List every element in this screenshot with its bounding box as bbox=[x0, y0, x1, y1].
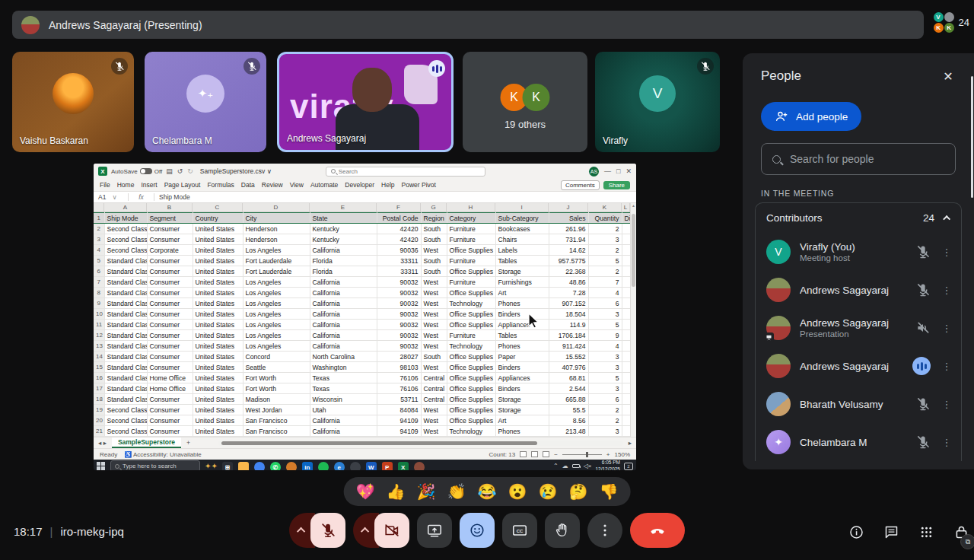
speaker-icon: ◁× bbox=[584, 463, 592, 469]
excel-logo-icon: X bbox=[98, 167, 107, 176]
taskbar-app-word: W bbox=[366, 462, 377, 470]
column-letters: ABCDEFGHIJKL bbox=[94, 203, 636, 212]
speaking-indicator-icon bbox=[428, 60, 445, 77]
avatar bbox=[53, 73, 94, 114]
mic-off-icon bbox=[697, 58, 714, 75]
participant-row[interactable]: Bharath Velusamy⋮ bbox=[756, 385, 961, 423]
panel-scrollbar[interactable] bbox=[971, 76, 973, 198]
google-meet-window: Andrews Sagayaraj (Presenting) VKK 24 Va… bbox=[0, 0, 974, 560]
mini-avatar: K bbox=[944, 23, 954, 33]
participant-count: 24 bbox=[959, 17, 969, 28]
table-row: 20Second ClassConsumerUnited StatesSan F… bbox=[94, 415, 630, 426]
table-row: 17Standard ClassHome OfficeUnited States… bbox=[94, 383, 630, 394]
excel-grid: ABCDEFGHIJKL 1Ship ModeSegmentCountryCit… bbox=[94, 203, 636, 437]
participant-more-options[interactable]: ⋮ bbox=[940, 361, 953, 372]
add-people-button[interactable]: Add people bbox=[761, 102, 861, 131]
camera-control-group bbox=[353, 513, 409, 548]
host-controls-button[interactable]: ⧉ bbox=[951, 522, 971, 542]
camera-off-button[interactable] bbox=[374, 513, 409, 548]
participant-name: Bharath Velusamy bbox=[800, 399, 906, 410]
save-icon: ▤ bbox=[166, 167, 173, 175]
column-header-K: K bbox=[588, 203, 622, 212]
reaction-emoji[interactable]: 🤔 bbox=[568, 482, 587, 501]
taskbar-app-obs bbox=[350, 462, 361, 470]
ribbon-tab-home: Home bbox=[117, 181, 135, 189]
horizontal-scrollbar bbox=[218, 441, 623, 446]
participant-more-options[interactable]: ⋮ bbox=[940, 285, 953, 296]
reaction-emoji[interactable]: 😂 bbox=[478, 482, 497, 501]
video-tile-virafly[interactable]: V Virafly bbox=[595, 52, 720, 152]
participant-count-indicator[interactable]: VKK 24 bbox=[934, 12, 969, 33]
table-row: 6Standard ClassConsumerUnited StatesFort… bbox=[94, 266, 630, 277]
column-header-L: L bbox=[622, 203, 630, 212]
search-icon bbox=[331, 169, 336, 173]
excel-formula-bar: A1∨ fx Ship Mode bbox=[94, 192, 636, 203]
start-button-icon bbox=[97, 462, 106, 471]
ribbon-tab-formulas: Formulas bbox=[207, 181, 234, 189]
video-tile-chelambara[interactable]: ✦₊ Chelambara M bbox=[145, 52, 266, 152]
taskbar-app-powerpoint: P bbox=[382, 462, 393, 470]
reaction-emoji[interactable]: 😮 bbox=[508, 482, 527, 501]
participant-row[interactable]: Andrews Sagayaraj⋮ bbox=[756, 271, 961, 309]
end-call-button[interactable] bbox=[630, 513, 685, 548]
overflow-tile-others[interactable]: K K 19 others bbox=[463, 52, 587, 152]
raise-hand-button[interactable] bbox=[545, 513, 580, 548]
reaction-emoji[interactable]: 💖 bbox=[356, 482, 375, 501]
table-row: 3Second ClassConsumerUnited StatesHender… bbox=[94, 234, 630, 245]
reaction-emoji[interactable]: 🎉 bbox=[417, 482, 436, 501]
taskbar-app-excel: X bbox=[398, 462, 409, 470]
present-screen-button[interactable] bbox=[417, 513, 452, 548]
participant-row[interactable]: Andrews SagayarajPresentation⋮ bbox=[756, 309, 961, 347]
sheet-body: 1Ship ModeSegmentCountryCityStatePostal … bbox=[94, 213, 630, 437]
meeting-time: 18:17 bbox=[14, 525, 43, 538]
redo-icon: ↻ bbox=[187, 167, 193, 175]
reaction-emoji[interactable]: 👏 bbox=[447, 482, 466, 501]
tray-chevron-icon: ⌃ bbox=[553, 463, 559, 469]
reaction-emoji[interactable]: 👍 bbox=[387, 482, 406, 501]
taskbar-app-edge: e bbox=[334, 462, 345, 470]
participant-more-options[interactable]: ⋮ bbox=[940, 437, 953, 448]
mic-off-icon bbox=[915, 282, 931, 298]
undo-icon: ↺ bbox=[177, 167, 183, 175]
excel-window: X AutoSave Off ▤↺↻ SampleSuperstore.csv … bbox=[94, 164, 636, 460]
person-add-icon bbox=[775, 110, 788, 123]
avatar: ✦₊ bbox=[186, 75, 224, 113]
contributors-header[interactable]: Contributors 24 bbox=[756, 203, 961, 233]
presenting-banner: Andrews Sagayaraj (Presenting) bbox=[12, 11, 924, 39]
column-header-D: D bbox=[243, 203, 310, 212]
participant-more-options[interactable]: ⋮ bbox=[940, 323, 953, 334]
mic-off-icon bbox=[915, 434, 931, 450]
remote-cursor bbox=[528, 313, 540, 329]
search-icon bbox=[115, 464, 119, 469]
video-tile-andrews-speaking[interactable]: virafly Andrews Sagayaraj bbox=[277, 52, 454, 152]
video-tile-vaishu[interactable]: Vaishu Baskaran bbox=[12, 52, 134, 152]
mic-off-button[interactable] bbox=[310, 513, 345, 548]
reaction-emoji[interactable]: 😢 bbox=[538, 482, 557, 501]
reaction-emoji[interactable]: 👎 bbox=[599, 482, 618, 501]
page-layout-view-icon bbox=[531, 451, 538, 457]
mic-off-icon bbox=[915, 244, 931, 259]
ribbon-tab-insert: Insert bbox=[141, 181, 157, 189]
table-row: 13Standard ClassConsumerUnited StatesLos… bbox=[94, 341, 630, 352]
participant-row[interactable]: VVirafly (You)Meeting host⋮ bbox=[756, 233, 961, 271]
table-row: 5Standard ClassConsumerUnited StatesFort… bbox=[94, 256, 630, 266]
search-people-input[interactable]: Search for people bbox=[761, 143, 956, 175]
participant-more-options[interactable]: ⋮ bbox=[940, 399, 953, 410]
close-panel-icon[interactable]: ✕ bbox=[937, 65, 959, 87]
contributors-count: 24 bbox=[923, 212, 934, 224]
vertical-scrollbar: ▲ bbox=[630, 203, 636, 437]
more-options-button[interactable] bbox=[587, 513, 622, 548]
taskbar-apps: ⊞✆ineWPX bbox=[222, 460, 425, 470]
chat-button[interactable] bbox=[881, 522, 901, 542]
participant-row[interactable]: Andrews Sagayaraj⋮ bbox=[756, 347, 961, 385]
activities-button[interactable] bbox=[916, 522, 936, 542]
audio-off-icon bbox=[915, 320, 931, 336]
table-row: 9Standard ClassConsumerUnited StatesLos … bbox=[94, 298, 630, 309]
participant-row[interactable]: ✦Chelambara M⋮ bbox=[756, 423, 961, 461]
reactions-button[interactable] bbox=[460, 513, 495, 548]
participant-more-options[interactable]: ⋮ bbox=[940, 247, 953, 258]
captions-button[interactable]: CC bbox=[502, 513, 537, 548]
toggle-switch-icon bbox=[140, 168, 152, 174]
others-count-label: 19 others bbox=[463, 119, 587, 130]
meeting-details-button[interactable] bbox=[846, 522, 866, 542]
